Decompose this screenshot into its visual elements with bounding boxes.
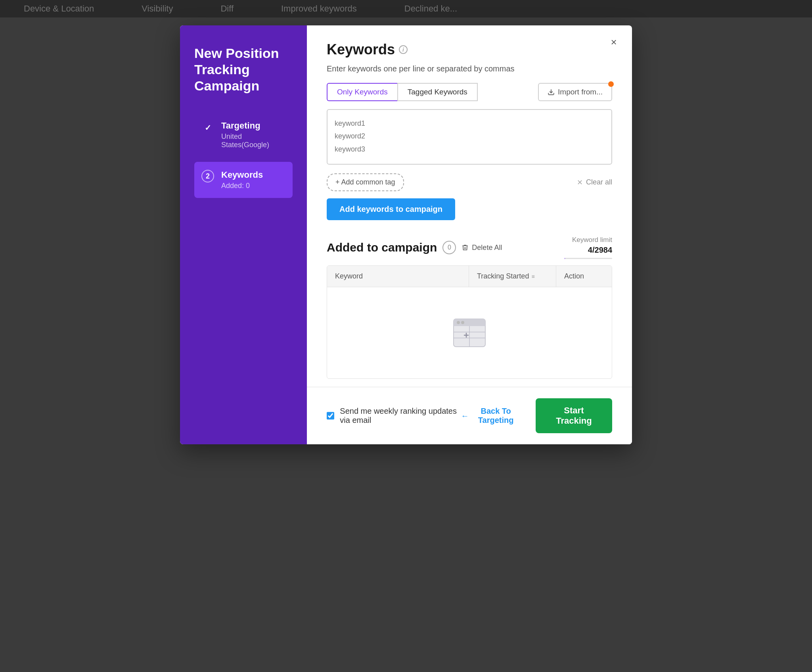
sort-icon: ≡ [531,273,534,280]
tab-only-keywords[interactable]: Only Keywords [327,83,397,101]
svg-point-4 [457,321,460,324]
clear-x-icon: ✕ [577,178,583,187]
import-icon [548,88,555,96]
col-tracking-label: Tracking Started [477,272,529,280]
step-sublabel-keywords: Added: 0 [221,182,263,190]
modal-body: × Keywords i Enter keywords one per line… [307,25,632,444]
trash-icon [462,244,469,251]
modal-scrollable-area: × Keywords i Enter keywords one per line… [307,25,632,387]
added-title: Added to campaign [327,241,437,254]
sidebar-title: New Position Tracking Campaign [194,45,293,94]
keywords-subtitle: Enter keywords one per line or separated… [327,64,612,73]
keywords-title-text: Keywords [327,41,395,58]
tab-tagged-keywords[interactable]: Tagged Keywords [397,83,478,101]
added-count-badge: 0 [442,241,456,254]
svg-point-5 [461,321,464,324]
empty-state [327,287,612,378]
email-checkbox[interactable] [327,411,334,420]
table-col-action: Action [556,266,612,287]
tab-bar: Only Keywords Tagged Keywords Import fro… [327,83,612,101]
clear-all-button[interactable]: ✕ Clear all [577,178,612,187]
table-col-keyword: Keyword [327,266,469,287]
col-action-label: Action [564,272,584,280]
sidebar-step-targeting: ✓ Targeting United States(Google) [194,113,293,157]
keyword-limit-bar [565,258,612,259]
step-info-targeting: Targeting United States(Google) [221,121,285,149]
sidebar-step-keywords[interactable]: 2 Keywords Added: 0 [194,162,293,198]
step-label-keywords: Keywords [221,170,263,180]
keywords-textarea[interactable] [327,109,612,165]
modal-overlay: New Position Tracking Campaign ✓ Targeti… [0,0,812,672]
step-label-targeting: Targeting [221,121,285,131]
modal-footer: Send me weekly ranking updates via email… [307,387,632,444]
table-col-tracking[interactable]: Tracking Started ≡ [469,266,556,287]
close-button[interactable]: × [607,35,621,49]
back-button-label: Back To Targeting [472,407,519,425]
start-tracking-button[interactable]: Start Tracking [536,398,612,433]
add-common-tag-button[interactable]: + Add common tag [327,173,404,191]
add-keywords-button[interactable]: Add keywords to campaign [327,198,455,220]
actions-row: + Add common tag ✕ Clear all [327,173,612,191]
step-sublabel-targeting: United States(Google) [221,132,285,149]
clear-all-label: Clear all [586,178,612,186]
added-section-header: Added to campaign 0 Delete All Keyword l… [327,236,612,259]
keyword-limit-section: Keyword limit 4/2984 [565,236,612,259]
delete-all-label: Delete All [472,244,502,252]
section-title: Keywords i [327,41,612,58]
back-to-targeting-button[interactable]: ← Back To Targeting [461,407,519,425]
campaign-modal: New Position Tracking Campaign ✓ Targeti… [180,25,632,444]
modal-sidebar: New Position Tracking Campaign ✓ Targeti… [180,25,307,444]
table-header-row: Keyword Tracking Started ≡ Action [327,266,612,287]
step-number-keywords: 2 [201,170,214,182]
email-update-row: Send me weekly ranking updates via email [327,407,461,425]
keywords-table: Keyword Tracking Started ≡ Action [327,265,612,379]
step-check-icon: ✓ [201,121,214,134]
step-info-keywords: Keywords Added: 0 [221,170,263,190]
delete-all-button[interactable]: Delete All [462,244,502,252]
back-arrow-icon: ← [461,411,469,420]
empty-state-icon [448,311,491,355]
keyword-limit-label: Keyword limit [572,236,612,244]
import-notification-dot [608,81,614,87]
info-icon[interactable]: i [399,45,408,54]
email-checkbox-label: Send me weekly ranking updates via email [340,407,461,425]
col-keyword-label: Keyword [335,272,363,280]
import-button[interactable]: Import from... [538,83,612,101]
keyword-limit-value: 4/2984 [588,246,612,255]
import-label: Import from... [558,88,603,96]
